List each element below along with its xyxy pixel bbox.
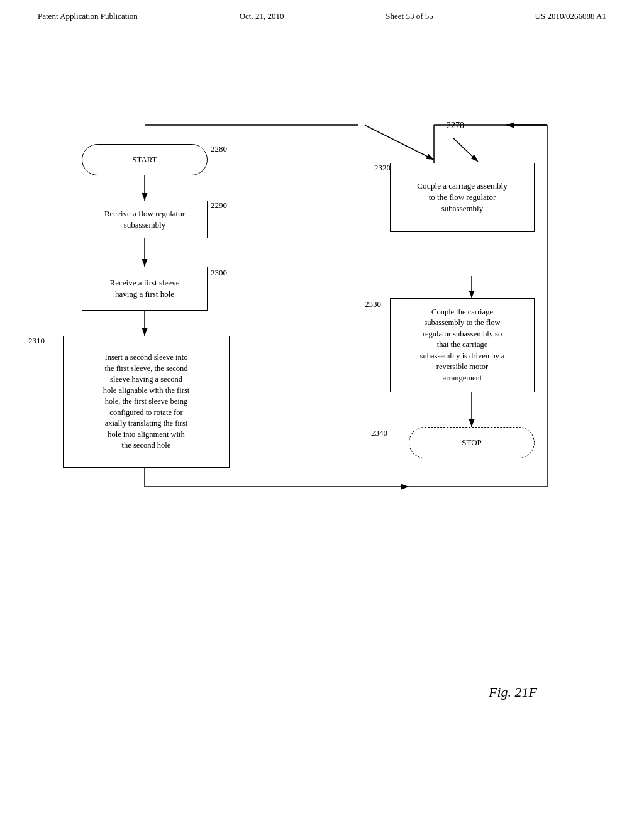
header-left: Patent Application Publication [38,11,138,21]
label-2300: Receive a first sleevehaving a first hol… [110,277,180,300]
header-center: Oct. 21, 2010 [240,11,284,21]
ref-2310: 2310 [28,336,45,346]
label-2290: Receive a flow regulatorsubassembly [104,208,185,231]
start-label: START [132,154,157,165]
box-2330: Couple the carriage subassembly to the f… [390,298,535,392]
header-right: US 2010/0266088 A1 [535,11,606,21]
page-header: Patent Application Publication Oct. 21, … [0,0,644,28]
ref-2320: 2320 [374,163,391,173]
start-box: START [82,144,208,175]
stop-label: STOP [462,437,482,448]
ref-2340: 2340 [371,428,387,438]
header-sheet: Sheet 53 of 55 [386,11,433,21]
ref-2300: 2300 [211,268,227,278]
label-2330: Couple the carriage subassembly to the f… [416,303,509,388]
label-2310: Insert a second sleeve into the first sl… [101,350,192,454]
box-2300: Receive a first sleevehaving a first hol… [82,267,208,311]
box-2320: Couple a carriage assembly to the flow r… [390,163,535,232]
ref-2270: 2270 [447,121,464,131]
ref-2330: 2330 [365,299,381,309]
stop-box: STOP [409,427,535,458]
ref-2280: 2280 [211,144,227,154]
box-2290: Receive a flow regulatorsubassembly [82,201,208,238]
box-2310: Insert a second sleeve into the first sl… [63,336,230,468]
diagram-area: START 2280 Receive a flow regulatorsubas… [0,28,644,751]
label-2320: Couple a carriage assembly to the flow r… [414,178,509,218]
ref-2290: 2290 [211,201,227,211]
svg-line-8 [365,125,434,160]
fig-caption: Fig. 21F [489,684,537,700]
svg-line-13 [453,138,478,162]
